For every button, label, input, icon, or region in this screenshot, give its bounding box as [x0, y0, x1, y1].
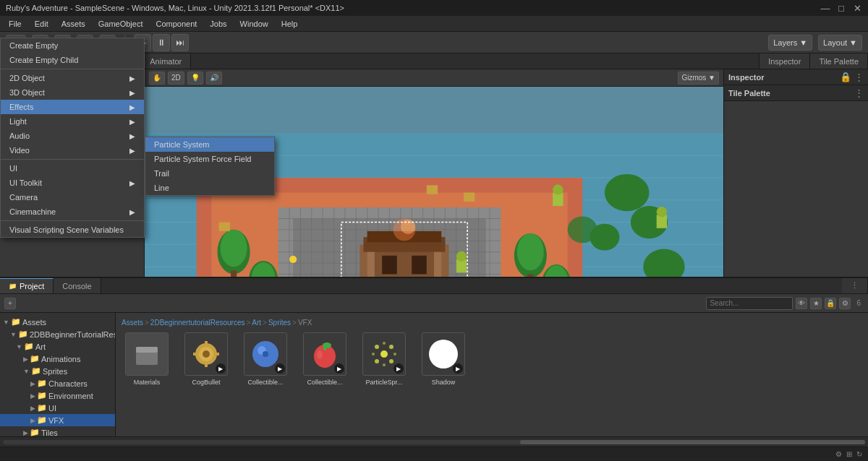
svg-point-132 — [393, 353, 396, 356]
tree-2dbeginner-arrow[interactable]: ▼ — [10, 331, 17, 338]
file-shadow[interactable]: ▶ Shadow — [418, 332, 469, 386]
ctx-create-empty-child[interactable]: Create Empty Child — [1, 53, 144, 67]
tree-assets[interactable]: ▼ 📁 Assets — [0, 316, 115, 328]
minimize-button[interactable]: — — [820, 3, 830, 13]
ctx-effects[interactable]: Effects ▶ — [1, 100, 144, 114]
svg-point-123 — [317, 350, 323, 359]
scene-2d-toggle[interactable]: 2D — [168, 72, 184, 85]
bc-art[interactable]: Art — [252, 319, 261, 327]
ctx-2d-object[interactable]: 2D Object ▶ — [1, 71, 144, 85]
tree-environment-arrow[interactable]: ▶ — [30, 392, 35, 400]
scene-tool-hand[interactable]: ✋ — [149, 72, 165, 85]
menu-jobs[interactable]: Jobs — [204, 18, 232, 30]
file-materials[interactable]: Materials — [122, 332, 172, 386]
inspector-lock-btn[interactable]: 🔒 — [840, 72, 851, 82]
ctx-ui[interactable]: UI — [1, 161, 144, 176]
menu-assets[interactable]: Assets — [56, 18, 91, 30]
app-title: Ruby's Adventure - SampleScene - Windows… — [6, 4, 344, 12]
bc-2dbeginner[interactable]: 2DBeginnertutorialResources — [150, 319, 245, 327]
project-panel: 📁 Project Console ⋮ + 👁 ★ 🔒 ⚙ 6 ▼ — [0, 278, 868, 447]
project-scrollbar[interactable] — [0, 436, 868, 447]
ctx-audio[interactable]: Audio ▶ — [1, 129, 144, 143]
tree-art-arrow[interactable]: ▼ — [16, 343, 22, 350]
tree-ui-sprites-arrow[interactable]: ▶ — [30, 405, 35, 412]
layout-dropdown[interactable]: Layout ▼ — [818, 35, 862, 51]
file-collectible2[interactable]: ▶ Collectible... — [299, 332, 350, 386]
tree-animations-arrow[interactable]: ▶ — [23, 356, 28, 363]
project-lock-btn[interactable]: 🔒 — [825, 298, 836, 309]
pause-button[interactable]: ⏸ — [153, 34, 170, 51]
sub-line[interactable]: Line — [145, 181, 274, 195]
inspector-menu-btn[interactable]: ⋮ — [854, 72, 864, 82]
tree-characters-arrow[interactable]: ▶ — [30, 380, 35, 387]
tree-vfx[interactable]: ▶ 📁 VFX — [0, 414, 115, 426]
ctx-camera[interactable]: Camera — [1, 190, 144, 204]
tile-palette-menu-btn[interactable]: ⋮ — [854, 87, 864, 98]
menu-gameobject[interactable]: GameObject — [93, 18, 149, 30]
tree-tiles-arrow[interactable]: ▶ — [23, 429, 28, 436]
svg-rect-52 — [382, 256, 397, 275]
tree-2dbeginner[interactable]: ▼ 📁 2DBBeginnerTutorialRes — [0, 328, 115, 340]
tab-project[interactable]: 📁 Project — [0, 278, 54, 293]
bc-sprites[interactable]: Sprites — [268, 319, 291, 327]
sub-particle-system[interactable]: Particle System — [145, 137, 274, 152]
scene-gizmos[interactable]: Gizmos ▼ — [678, 72, 719, 85]
tree-sprites-arrow[interactable]: ▼ — [23, 368, 30, 375]
ctx-create-empty[interactable]: Create Empty — [1, 38, 144, 53]
project-panel-menu[interactable]: ⋮ — [842, 278, 868, 293]
maximize-button[interactable]: □ — [836, 3, 846, 13]
ctx-visual-scripting[interactable]: Visual Scripting Scene Variables — [1, 223, 144, 237]
scene-light-toggle[interactable]: 💡 — [187, 72, 203, 85]
ctx-video[interactable]: Video ▶ — [1, 143, 144, 158]
file-collectible1[interactable]: ▶ Collectible... — [240, 332, 291, 386]
ctx-3d-object[interactable]: 3D Object ▶ — [1, 85, 144, 100]
tree-animations[interactable]: ▶ 📁 Animations — [0, 353, 115, 365]
effects-submenu[interactable]: Particle System Particle System Force Fi… — [145, 137, 275, 196]
sub-particle-force-field[interactable]: Particle System Force Field — [145, 152, 274, 166]
tab-animator[interactable]: Animator — [141, 53, 191, 69]
layers-dropdown[interactable]: Layers ▼ — [768, 35, 812, 51]
tree-assets-arrow[interactable]: ▼ — [3, 319, 9, 326]
shadow-play-icon: ▶ — [453, 363, 463, 374]
menu-edit[interactable]: Edit — [29, 18, 54, 30]
tree-tiles[interactable]: ▶ 📁 Tiles — [0, 426, 115, 436]
tab-tile-palette[interactable]: Tile Palette — [810, 53, 868, 69]
tile-palette-header: Tile Palette ⋮ — [724, 85, 868, 101]
tab-console[interactable]: Console — [54, 278, 101, 293]
project-eye-btn[interactable]: 👁 — [796, 298, 807, 309]
breadcrumb: Assets > 2DBeginnertutorialResources > A… — [122, 319, 862, 327]
step-button[interactable]: ⏭ — [171, 34, 189, 51]
file-particlesprite-name: ParticleSpr... — [365, 379, 402, 386]
ctx-light[interactable]: Light ▶ — [1, 114, 144, 129]
file-cogbullet[interactable]: ▶ CogBullet — [181, 332, 231, 386]
menu-file[interactable]: File — [3, 18, 27, 30]
project-search[interactable] — [706, 297, 793, 310]
ctx-ui-toolkit[interactable]: UI Toolkit ▶ — [1, 176, 144, 190]
scene-audio-toggle[interactable]: 🔊 — [206, 72, 222, 85]
window-controls[interactable]: — □ ✕ — [820, 3, 862, 13]
project-add-btn[interactable]: + — [4, 298, 16, 309]
project-settings-btn[interactable]: ⚙ — [839, 298, 851, 309]
ctx-cinemachine[interactable]: Cinemachine ▶ — [1, 204, 144, 219]
tree-characters[interactable]: ▶ 📁 Characters — [0, 377, 115, 389]
bc-assets[interactable]: Assets — [122, 319, 143, 327]
status-icon-1[interactable]: ⚙ — [835, 450, 842, 458]
scrollbar-thumb[interactable] — [520, 440, 865, 444]
project-star-btn[interactable]: ★ — [810, 298, 822, 309]
tree-vfx-arrow[interactable]: ▶ — [30, 417, 35, 424]
menu-component[interactable]: Component — [150, 18, 203, 30]
tab-inspector[interactable]: Inspector — [759, 53, 810, 69]
tree-art[interactable]: ▼ 📁 Art — [0, 340, 115, 353]
close-button[interactable]: ✕ — [852, 3, 862, 13]
context-menu[interactable]: Create Empty Create Empty Child 2D Objec… — [0, 38, 145, 238]
tree-sprites[interactable]: ▼ 📁 Sprites — [0, 365, 115, 377]
status-icon-2[interactable]: ⊞ — [846, 450, 852, 458]
tree-ui-sprites[interactable]: ▶ 📁 UI — [0, 402, 115, 414]
status-icon-3[interactable]: ↻ — [856, 450, 862, 458]
menu-help[interactable]: Help — [276, 18, 304, 30]
tree-environment[interactable]: ▶ 📁 Environment — [0, 389, 115, 402]
sub-trail[interactable]: Trail — [145, 166, 274, 181]
file-particlesprite[interactable]: ▶ ParticleSpr... — [359, 332, 409, 386]
tree-animations-folder-icon: 📁 — [30, 354, 40, 363]
menu-window[interactable]: Window — [234, 18, 274, 30]
